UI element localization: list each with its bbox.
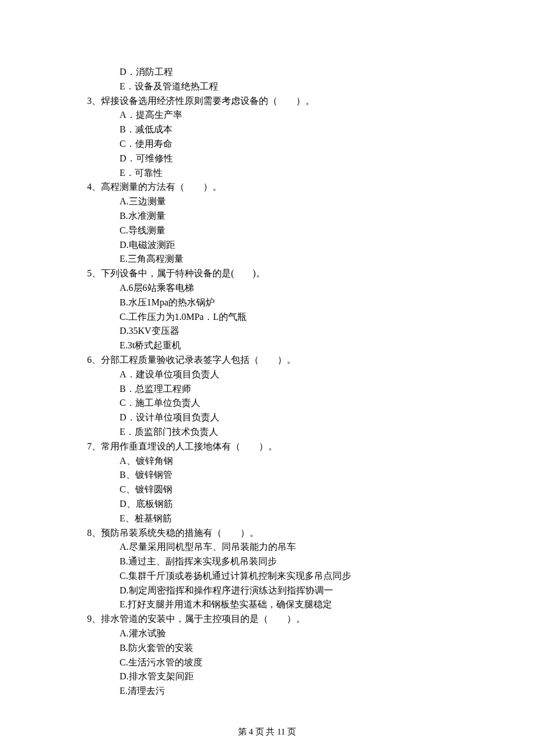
question-option: D．设计单位项目负责人 <box>87 411 534 425</box>
question-option: A.灌水试验 <box>87 627 534 641</box>
question-option: A．提高生产率 <box>87 108 534 123</box>
question-stem: 6、分部工程质量验收记录表签字人包括（ ）。 <box>87 353 534 368</box>
question-option: D.电磁波测距 <box>87 238 534 253</box>
question-option: D.35KV变压器 <box>87 324 534 339</box>
question-option: C．使用寿命 <box>87 137 534 152</box>
question-option: C、镀锌圆钢 <box>87 483 534 497</box>
question-option: C.生活污水管的坡度 <box>87 656 534 670</box>
question-option: E.打好支腿并用道木和钢板垫实基础，确保支腿稳定 <box>87 597 534 612</box>
question-option: C.集群千斤顶或卷扬机通过计算机控制来实现多吊点同步 <box>87 569 534 584</box>
question-option: B、镀锌钢管 <box>87 468 534 483</box>
question-option: E．质监部门技术负责人 <box>87 425 534 440</box>
question-stem: 9、排水管道的安装中，属于主控项目的是（ ）。 <box>87 612 534 627</box>
question-option: A.三边测量 <box>87 195 534 209</box>
question-option: B.水准测量 <box>87 209 534 224</box>
question-option: D.制定周密指挥和操作程序进行演练达到指挥协调一 <box>87 584 534 598</box>
question-option: D.排水管支架间距 <box>87 669 534 684</box>
question-option: A、镀锌角钢 <box>87 454 534 469</box>
question-stem: 7、常用作垂直埋设的人工接地体有（ ）。 <box>87 440 534 454</box>
question-option: A.6层6站乘客电梯 <box>87 281 534 296</box>
question-option: E．可靠性 <box>87 166 534 181</box>
question-stem: 3、焊接设备选用经济性原则需要考虑设备的（ ）。 <box>87 94 534 109</box>
question-option: E.三角高程测量 <box>87 252 534 267</box>
question-option: B.防火套管的安装 <box>87 641 534 656</box>
question-stem: 4、高程测量的方法有（ ）。 <box>87 180 534 195</box>
question-option: A.尽量采用同机型吊车、同吊装能力的吊车 <box>87 540 534 555</box>
page-footer: 第 4 页 共 11 页 <box>0 725 534 739</box>
question-option: D、底板钢筋 <box>87 497 534 512</box>
question-option: E、桩基钢筋 <box>87 512 534 526</box>
question-option: C.工作压力为1.0MPa．L的气瓶 <box>87 310 534 325</box>
question-option: C．施工单位负责人 <box>87 396 534 411</box>
orphan-option: E．设备及管道绝热工程 <box>87 80 534 94</box>
question-option: B.水压1Mpa的热水锅炉 <box>87 296 534 310</box>
question-stem: 5、下列设备中，属于特种设备的是( )。 <box>87 267 534 281</box>
question-option: B．减低成本 <box>87 123 534 137</box>
question-option: C.导线测量 <box>87 224 534 238</box>
question-option: E.清理去污 <box>87 684 534 699</box>
question-stem: 8、预防吊装系统失稳的措施有（ ）。 <box>87 526 534 541</box>
question-option: D．可维修性 <box>87 152 534 166</box>
question-option: A．建设单位项目负责人 <box>87 368 534 382</box>
question-option: B．总监理工程师 <box>87 382 534 397</box>
question-option: B.通过主、副指挥来实现多机吊装同步 <box>87 555 534 569</box>
orphan-option: D．消防工程 <box>87 65 534 80</box>
document-page: D．消防工程 E．设备及管道绝热工程 3、焊接设备选用经济性原则需要考虑设备的（… <box>0 0 534 756</box>
question-option: E.3t桥式起重机 <box>87 339 534 353</box>
